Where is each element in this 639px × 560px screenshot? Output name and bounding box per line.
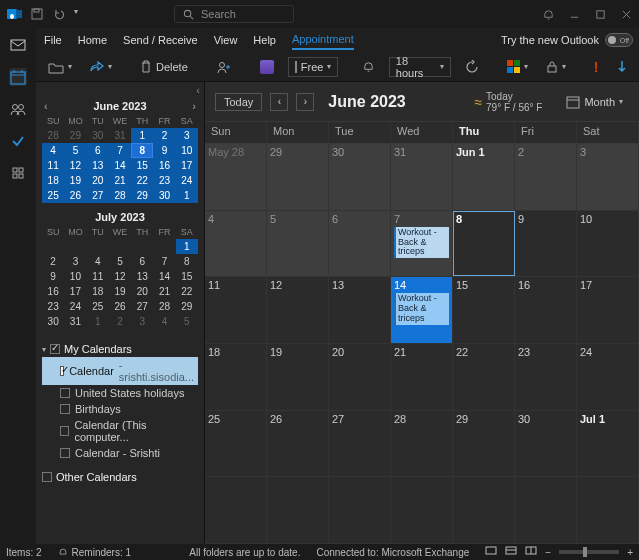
- mini-day[interactable]: 24: [64, 299, 86, 314]
- reminder-combo[interactable]: 18 hours▾: [389, 57, 451, 77]
- tab-file[interactable]: File: [44, 31, 62, 49]
- weather-widget[interactable]: ≈ Today79° F / 56° F: [474, 91, 542, 113]
- mini-day[interactable]: 2: [109, 314, 131, 329]
- categorize-button[interactable]: ▾: [503, 58, 532, 75]
- mini-day[interactable]: 23: [42, 299, 64, 314]
- mini-day[interactable]: 5: [176, 314, 198, 329]
- mini-day[interactable]: 4: [153, 314, 175, 329]
- mini-day[interactable]: 14: [109, 158, 131, 173]
- mini-day[interactable]: 8: [176, 254, 198, 269]
- tab-appointment[interactable]: Appointment: [292, 30, 354, 50]
- mini-day[interactable]: 16: [42, 284, 64, 299]
- day-cell[interactable]: [577, 477, 639, 543]
- mini-day[interactable]: 7: [153, 254, 175, 269]
- mini-day[interactable]: [87, 239, 109, 254]
- mini-day[interactable]: 24: [176, 173, 198, 188]
- show-as-color-icon[interactable]: [256, 58, 278, 76]
- checkbox-icon[interactable]: [50, 344, 60, 354]
- day-cell[interactable]: 9: [515, 211, 577, 277]
- mini-day[interactable]: 29: [176, 299, 198, 314]
- day-cell[interactable]: May 28: [205, 144, 267, 210]
- mini-day[interactable]: 17: [64, 284, 86, 299]
- my-calendars-group[interactable]: ▾My Calendars: [42, 343, 198, 355]
- mini-day[interactable]: 4: [42, 143, 64, 158]
- display-settings-icon[interactable]: [485, 546, 497, 558]
- next-month-button[interactable]: ›: [296, 93, 314, 111]
- mini-day[interactable]: 3: [131, 314, 153, 329]
- reading-view-icon[interactable]: [525, 546, 537, 558]
- mini-day[interactable]: 12: [109, 269, 131, 284]
- tab-help[interactable]: Help: [253, 31, 276, 49]
- mini-day[interactable]: 29: [64, 128, 86, 143]
- day-cell[interactable]: 29: [267, 144, 329, 210]
- mini-day[interactable]: [64, 239, 86, 254]
- mini-day[interactable]: 15: [131, 158, 153, 173]
- status-reminders[interactable]: Reminders: 1: [58, 547, 131, 558]
- maximize-icon[interactable]: [593, 7, 607, 21]
- mini-day[interactable]: [42, 239, 64, 254]
- calendar-rail-icon[interactable]: [9, 68, 27, 86]
- mini-day[interactable]: 19: [64, 173, 86, 188]
- day-cell[interactable]: 17: [577, 277, 639, 343]
- checkbox-icon[interactable]: [60, 366, 64, 376]
- zoom-slider[interactable]: [559, 550, 619, 554]
- mini-day[interactable]: 10: [64, 269, 86, 284]
- mini-day[interactable]: 27: [131, 299, 153, 314]
- minimize-icon[interactable]: [567, 7, 581, 21]
- mini-day[interactable]: 1: [176, 188, 198, 203]
- mini-day[interactable]: 30: [153, 188, 175, 203]
- day-cell[interactable]: 27: [329, 411, 391, 477]
- forward-button[interactable]: ▾: [86, 59, 116, 75]
- people-rail-icon[interactable]: [9, 100, 27, 118]
- other-calendars-group[interactable]: Other Calendars: [42, 471, 198, 483]
- mini-day[interactable]: 28: [153, 299, 175, 314]
- mini-day[interactable]: 11: [42, 158, 64, 173]
- checkbox-icon[interactable]: [60, 388, 70, 398]
- day-cell[interactable]: 23: [515, 344, 577, 410]
- more-rail-icon[interactable]: [9, 164, 27, 182]
- day-cell[interactable]: 8: [453, 211, 515, 277]
- mini-day[interactable]: 25: [87, 299, 109, 314]
- day-cell[interactable]: 7Workout - Back & triceps: [391, 211, 453, 277]
- calendar-item[interactable]: United States holidays: [42, 385, 198, 401]
- day-cell[interactable]: 19: [267, 344, 329, 410]
- mini-day[interactable]: 28: [109, 188, 131, 203]
- mini-day[interactable]: 2: [153, 128, 175, 143]
- mini-day[interactable]: 23: [153, 173, 175, 188]
- mini-day[interactable]: [109, 239, 131, 254]
- mini-day[interactable]: 22: [131, 173, 153, 188]
- search-box[interactable]: Search: [174, 5, 294, 23]
- bell-icon[interactable]: [541, 7, 555, 21]
- day-cell[interactable]: [453, 477, 515, 543]
- mini-day[interactable]: 21: [153, 284, 175, 299]
- day-cell[interactable]: 20: [329, 344, 391, 410]
- mini-day[interactable]: 20: [87, 173, 109, 188]
- tab-view[interactable]: View: [214, 31, 238, 49]
- mini-day[interactable]: 15: [176, 269, 198, 284]
- mini-day[interactable]: 13: [131, 269, 153, 284]
- mini-day[interactable]: 30: [87, 128, 109, 143]
- day-cell[interactable]: 14Workout - Back & triceps: [391, 277, 453, 343]
- day-cell[interactable]: 11: [205, 277, 267, 343]
- tasks-rail-icon[interactable]: [9, 132, 27, 150]
- invite-attendees-button[interactable]: [212, 58, 236, 76]
- mini-day[interactable]: 11: [87, 269, 109, 284]
- mini-day[interactable]: 26: [64, 188, 86, 203]
- mini-prev-icon[interactable]: ‹: [44, 100, 48, 112]
- mini-day[interactable]: 28: [42, 128, 64, 143]
- event[interactable]: Workout - Back & triceps: [394, 293, 449, 325]
- mini-day[interactable]: 5: [109, 254, 131, 269]
- mini-day[interactable]: 18: [42, 173, 64, 188]
- mini-day[interactable]: 6: [87, 143, 109, 158]
- mini-day[interactable]: 30: [42, 314, 64, 329]
- day-cell[interactable]: 4: [205, 211, 267, 277]
- day-cell[interactable]: 10: [577, 211, 639, 277]
- mini-day[interactable]: 22: [176, 284, 198, 299]
- calendar-item[interactable]: Calendar (This computer...: [42, 417, 198, 445]
- recurrence-button[interactable]: [461, 58, 483, 76]
- qat-more-icon[interactable]: ▾: [74, 7, 78, 21]
- mail-rail-icon[interactable]: [9, 36, 27, 54]
- mini-day[interactable]: 26: [109, 299, 131, 314]
- checkbox-icon[interactable]: [42, 472, 52, 482]
- day-cell[interactable]: 13: [329, 277, 391, 343]
